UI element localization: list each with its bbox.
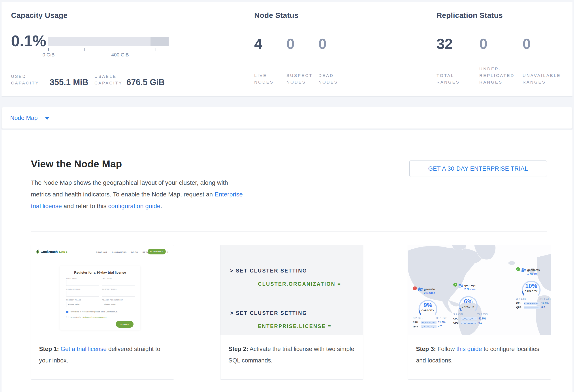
step1-screenshot: Cockroach LABS PRODUCT CUSTOMERS DOCS RE… bbox=[31, 245, 174, 335]
world-map: 1 geo=sfo 2 Nodes bbox=[408, 245, 551, 335]
capacity-percent: 6% bbox=[455, 298, 481, 305]
license-agreement-checkbox-row: I agree to the Software License Agreemen… bbox=[66, 316, 107, 318]
page-title: View the Node Map bbox=[31, 158, 122, 170]
step2-sql-illustration: > SET CLUSTER SETTING CLUSTER.ORGANIZATI… bbox=[221, 245, 363, 335]
section-divider bbox=[31, 231, 547, 231]
qps-metric: QPS 0.0 bbox=[453, 321, 488, 324]
checkbox-empty-icon bbox=[66, 316, 68, 318]
capacity-usage-title: Capacity Usage bbox=[11, 11, 67, 20]
suspect-nodes-count: 0 bbox=[287, 37, 295, 51]
sql-line: > SET CLUSTER SETTING bbox=[230, 268, 307, 274]
geo-node-nyc: geo=nyc 2 Nodes 6% CAPACITY 3.7 GiB bbox=[453, 283, 488, 324]
sql-code-background: > SET CLUSTER SETTING CLUSTER.ORGANIZATI… bbox=[221, 245, 363, 335]
qps-sparkline bbox=[461, 321, 477, 324]
field-label: FIRST NAME bbox=[66, 278, 77, 279]
node-map-dropdown-label: Node Map bbox=[10, 115, 38, 121]
cpu-sparkline bbox=[524, 302, 540, 305]
qps-sparkline bbox=[421, 325, 436, 328]
sql-line: > SET CLUSTER SETTING bbox=[230, 310, 307, 316]
node-map-dropdown[interactable]: Node Map bbox=[1, 107, 573, 129]
field-label: LAST NAME bbox=[102, 278, 112, 279]
cpu-metric: CPU 12.3% bbox=[516, 302, 551, 305]
unavailable-ranges-label: UNAVAILABLE RANGES bbox=[523, 72, 561, 86]
field-label: PROJECT PHASE bbox=[66, 299, 81, 301]
first-name-field bbox=[66, 280, 99, 286]
field-label: COMPANY EMAIL bbox=[102, 288, 117, 290]
unavailable-ranges-count: 0 bbox=[523, 37, 531, 51]
sql-line: ENTERPRISE.LICENSE = bbox=[258, 323, 331, 329]
capacity-tick bbox=[156, 48, 156, 51]
locality-name: geo=sfo bbox=[424, 287, 435, 291]
hero-text: . bbox=[161, 203, 162, 209]
capacity-range: 3.6 GiB 34.4 GiB bbox=[516, 297, 551, 300]
nav-item: DOCS bbox=[131, 251, 138, 253]
form-title: Register for a 30-day trial license bbox=[60, 271, 140, 274]
cpu-sparkline bbox=[421, 321, 436, 324]
get-trial-license-link[interactable]: Get a trial license bbox=[61, 346, 107, 352]
checkbox-checked-icon bbox=[66, 311, 68, 313]
suspect-nodes-label: SUSPECT NODES bbox=[287, 72, 313, 86]
capacity-range: 3.2 GiB 35.1 GiB bbox=[413, 316, 447, 320]
capacity-tick bbox=[48, 48, 49, 51]
mini-submit-button: SUBMIT bbox=[116, 321, 134, 328]
capacity-range: 3.7 GiB 65.7 GiB bbox=[453, 313, 488, 316]
database-icon bbox=[458, 283, 463, 288]
capacity-tick-label: 400 GiB bbox=[102, 52, 138, 58]
capacity-tick bbox=[84, 48, 84, 51]
step1-card: Cockroach LABS PRODUCT CUSTOMERS DOCS RE… bbox=[31, 245, 174, 380]
usable-capacity-value: 676.5 GiB bbox=[126, 78, 165, 87]
field-label: COMPANY NAME bbox=[66, 288, 81, 290]
capacity-tick bbox=[120, 48, 120, 51]
sql-line: CLUSTER.ORGANIZATION = bbox=[258, 281, 341, 287]
locality-name: geo=ams bbox=[527, 268, 540, 272]
used-capacity-label: USED CAPACITY bbox=[11, 73, 39, 86]
live-nodes-count: 4 bbox=[254, 37, 262, 51]
usable-capacity-label: USABLE CAPACITY bbox=[94, 73, 123, 86]
capacity-gauge: 6% CAPACITY bbox=[455, 293, 481, 312]
step1-caption: Step 1: Get a trial license delivered st… bbox=[31, 335, 174, 366]
locality-name: geo=nyc bbox=[464, 283, 476, 287]
node-map-empty-state: View the Node Map The Node Map shows the… bbox=[1, 130, 573, 392]
step2-caption: Step 2: Activate the trial license with … bbox=[221, 335, 363, 366]
software-license-link: Software License Agreement. bbox=[82, 316, 107, 318]
warning-badge-icon: 1 bbox=[413, 286, 417, 290]
configuration-guide-link[interactable]: configuration guide bbox=[108, 203, 161, 209]
qps-metric: QPS 0.0 bbox=[516, 306, 551, 309]
geo-node-ams: geo=ams 1 Node 10% CAPACITY 3.6 GiB bbox=[516, 268, 551, 309]
step-number: Step 3: bbox=[416, 346, 436, 352]
geo-node-sfo: 1 geo=sfo 2 Nodes bbox=[413, 287, 447, 328]
last-name-field bbox=[102, 280, 135, 286]
dead-nodes-count: 0 bbox=[318, 37, 327, 51]
project-phase-select: Please Select bbox=[66, 302, 99, 307]
total-ranges-label: TOTAL RANGES bbox=[436, 72, 460, 86]
hero-text: The Node Map shows the geographical layo… bbox=[31, 179, 228, 198]
qps-metric: QPS 4.7 bbox=[413, 325, 447, 328]
step3-map-illustration: 1 geo=sfo 2 Nodes bbox=[408, 245, 551, 335]
database-icon bbox=[418, 287, 423, 292]
under-replicated-count: 0 bbox=[479, 37, 488, 51]
under-replicated-label: UNDER- REPLICATED RANGES bbox=[479, 66, 515, 86]
step-number: Step 2: bbox=[228, 346, 248, 352]
cpu-metric: CPU 42.5% bbox=[453, 317, 488, 320]
hero-text: and refer to this bbox=[63, 203, 107, 209]
healthy-badge-icon bbox=[453, 283, 457, 287]
trial-license-form: Register for a 30-day trial license FIRS… bbox=[60, 266, 140, 330]
capacity-gauge: 10% CAPACITY bbox=[518, 278, 544, 297]
email-updates-checkbox-row: I would like to receive email updates ab… bbox=[66, 311, 118, 313]
step-number: Step 1: bbox=[39, 346, 59, 352]
capacity-bar-reserved-segment bbox=[150, 37, 169, 46]
mini-download-button: DOWNLOAD bbox=[148, 249, 166, 254]
capacity-percent: 9% bbox=[415, 302, 441, 309]
step3-card: 1 geo=sfo 2 Nodes bbox=[408, 245, 551, 380]
company-email-field bbox=[102, 291, 135, 297]
total-ranges-count: 32 bbox=[436, 37, 453, 51]
capacity-gauge: 9% CAPACITY bbox=[415, 297, 441, 316]
capacity-percent: 0.1% bbox=[11, 32, 46, 50]
capacity-bar bbox=[48, 37, 169, 46]
company-name-field bbox=[66, 291, 99, 297]
dead-nodes-label: DEAD NODES bbox=[318, 72, 338, 86]
get-enterprise-trial-button[interactable]: GET A 30-DAY ENTERPRISE TRIAL bbox=[409, 161, 547, 177]
capacity-percent: 10% bbox=[518, 283, 544, 289]
field-label: REASON FOR INTEREST bbox=[102, 299, 123, 301]
this-guide-link[interactable]: this guide bbox=[456, 346, 482, 352]
